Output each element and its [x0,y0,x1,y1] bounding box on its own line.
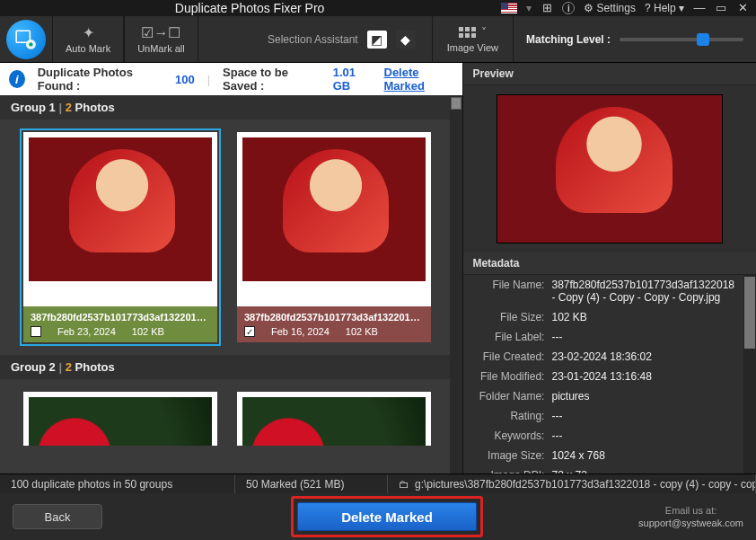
meta-value: 23-02-2024 18:36:02 [551,350,747,363]
email-label: Email us at: [638,504,743,517]
unmark-button[interactable]: ☑→☐ UnMark all [124,16,198,62]
meta-value: --- [551,331,747,343]
matching-slider[interactable] [620,38,743,41]
status-bar: 100 duplicate photos in 50 groups 50 Mar… [0,474,756,493]
meta-key: Image Size: [469,449,551,462]
thumbnail[interactable] [242,397,426,446]
matching-level-label: Matching Level : [526,33,611,46]
sel-assist-1[interactable]: ◩ [367,31,387,49]
metadata-header: Metadata [463,252,756,275]
photo-card[interactable] [23,392,217,446]
folder-icon: 🗀 [399,478,409,491]
title-bar: Duplicate Photos Fixer Pro ▾ ⊞ i ⚙ Setti… [0,0,756,16]
app-title: Duplicate Photos Fixer Pro [7,1,492,15]
meta-scrollbar-thumb[interactable] [744,277,755,349]
group-header-2: Group 2 | 2 Photos [0,355,462,379]
meta-value: --- [551,429,747,442]
meta-key: File Name: [469,279,551,304]
meta-value: pictures [551,390,747,403]
file-size: 102 KB [346,326,378,337]
space-value: 1.01 GB [333,66,372,93]
card-footer: 387fb280fd2537b101773d3af1322018 - c... … [23,306,217,342]
wand-icon: ✦ [83,24,94,41]
unmark-icon: ☑→☐ [141,24,180,41]
scrollbar-thumb[interactable] [451,97,462,110]
status-path: 🗀g:\pictures\387fb280fd2537b101773d3af13… [388,474,756,493]
meta-value: 387fb280fd2537b101773d3af1322018 - Copy … [551,279,747,304]
toolbar: ✦ Auto Mark ☑→☐ UnMark all Selection Ass… [0,16,756,63]
meta-value: 72 x 72 [551,469,747,474]
grid-view-icon [459,27,476,38]
meta-value: 23-01-2024 13:16:48 [551,370,747,383]
metadata-row: File Label:--- [463,327,756,347]
preview-pane [463,85,756,252]
meta-key: Rating: [469,410,551,422]
preview-header: Preview [463,63,756,85]
photo-card[interactable]: 387fb280fd2537b101773d3af1322018 - c... … [23,132,217,342]
card-footer: 387fb280fd2537b101773d3af1322018 - c... … [237,306,431,342]
sel-assist-label: Selection Assistant [268,33,358,46]
metadata-row: File Modified:23-01-2024 13:16:48 [463,367,756,386]
automark-button[interactable]: ✦ Auto Mark [52,16,124,62]
meta-value: 1024 x 768 [551,449,747,462]
flag-icon[interactable] [501,3,517,13]
settings-link[interactable]: ⚙ Settings [584,2,636,14]
sel-assist-2[interactable]: ◆ [396,31,416,49]
svg-point-2 [29,42,32,46]
meta-key: Folder Name: [469,390,551,403]
meta-key: Image DPI: [469,469,551,474]
metadata-row: Folder Name:pictures [463,386,756,406]
preview-image [497,94,723,243]
thumbnail[interactable] [29,397,212,446]
close-button[interactable]: ✕ [736,2,749,14]
bottom-bar: Back Delete Marked Email us at: support@… [0,493,756,540]
scrollbar-track[interactable] [450,95,462,474]
mark-checkbox[interactable] [31,326,41,337]
status-summary: 100 duplicate photos in 50 groups [0,474,235,493]
photo-card[interactable]: 387fb280fd2537b101773d3af1322018 - c... … [237,132,431,342]
meta-value: 102 KB [551,311,747,323]
results-scroll[interactable]: Group 1 | 2 Photos 387fb280fd2537b101773… [0,95,462,474]
minimize-button[interactable]: — [693,2,706,14]
delete-marked-button[interactable]: Delete Marked [297,502,477,531]
thumbnail[interactable] [242,137,426,281]
email-address[interactable]: support@systweak.com [638,517,743,529]
grid-icon[interactable]: ⊞ [541,2,553,14]
metadata-row: Image DPI:72 x 72 [463,465,756,474]
mark-checkbox[interactable]: ✓ [244,326,255,337]
delete-marked-link[interactable]: Delete Marked [384,66,454,93]
back-button[interactable]: Back [13,504,102,529]
matching-level: Matching Level : [514,16,756,62]
metadata-row: File Name:387fb280fd2537b101773d3af13220… [463,275,756,307]
file-size: 102 KB [132,326,164,337]
meta-key: File Label: [469,331,551,343]
file-date: Feb 16, 2024 [271,326,330,337]
thumbnail[interactable] [29,137,212,281]
meta-key: File Size: [469,311,551,323]
meta-key: Keywords: [469,429,551,442]
metadata-pane[interactable]: File Name:387fb280fd2537b101773d3af13220… [463,275,756,474]
file-date: Feb 23, 2024 [57,326,116,337]
image-view-button[interactable]: ˅ Image View [433,16,514,62]
meta-key: File Modified: [469,370,551,383]
meta-scrollbar-track[interactable] [743,275,756,474]
metadata-row: Rating:--- [463,406,756,426]
group-header-1: Group 1 | 2 Photos [0,95,462,120]
status-marked: 50 Marked (521 MB) [235,474,388,493]
info-icon[interactable]: i [562,2,575,14]
metadata-row: Image Size:1024 x 768 [463,446,756,465]
found-count: 100 [175,73,195,86]
slider-thumb[interactable] [697,33,709,46]
metadata-row: File Size:102 KB [463,307,756,327]
gear-icon: ⚙ [584,2,593,14]
photo-card[interactable] [237,392,431,446]
found-label: Duplicate Photos Found : [38,66,163,93]
photo-gear-icon [14,28,38,51]
email-box: Email us at: support@systweak.com [638,504,743,529]
help-link[interactable]: ? Help ▾ [645,2,684,14]
meta-key: File Created: [469,350,551,363]
chevron-down-icon: ˅ [481,26,487,39]
metadata-row: Keywords:--- [463,426,756,446]
info-bar: i Duplicate Photos Found : 100 | Space t… [0,63,462,95]
maximize-button[interactable]: ▭ [715,2,727,14]
